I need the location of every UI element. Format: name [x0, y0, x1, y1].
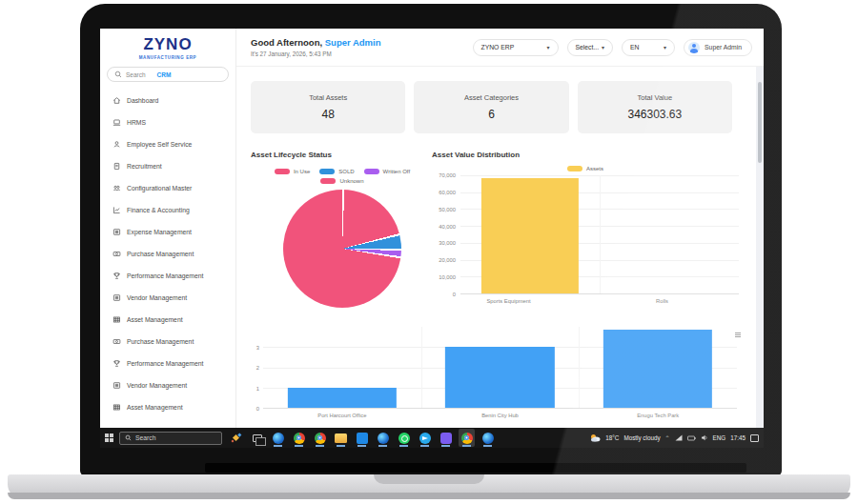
bar-enugu-tech-park[interactable]: [603, 330, 712, 408]
taskbar-app-file-explorer-icon[interactable]: [333, 429, 349, 447]
office-bar-chart-plot[interactable]: [263, 327, 737, 409]
list-icon: [112, 228, 121, 236]
sidebar-item-employee-self-service[interactable]: Employee Self Service: [100, 133, 235, 155]
bar-sports-equipment[interactable]: [481, 178, 579, 293]
legend-item[interactable]: SOLD: [319, 169, 354, 174]
taskbar-app-edge-icon[interactable]: [480, 429, 496, 447]
sidebar-item-label: Finance & Accounting: [127, 207, 190, 213]
sidebar-search-input[interactable]: Search CRM: [107, 67, 229, 82]
taskbar-app-discord-icon[interactable]: [438, 429, 454, 447]
taskbar-apps: [228, 429, 496, 447]
sidebar-item-performance-management[interactable]: Performance Management: [100, 265, 235, 287]
chevron-down-icon: ▾: [546, 44, 549, 50]
taskbar-app-task-view-icon[interactable]: [249, 429, 265, 447]
y-tick-label: 60,000: [439, 190, 456, 195]
taskbar-app-chrome-icon[interactable]: [459, 429, 475, 447]
sidebar-item-performance-management[interactable]: Performance Management: [100, 353, 235, 374]
pie-chart[interactable]: [283, 190, 401, 308]
bar-slot-port-harcourt-office: [263, 327, 421, 408]
language-indicator[interactable]: ENG: [713, 434, 726, 441]
language-select[interactable]: EN▾: [622, 39, 675, 56]
notification-center-icon[interactable]: [750, 434, 759, 442]
taskbar-app-telegram-icon[interactable]: [417, 429, 433, 447]
sidebar-item-label: Performance Management: [127, 272, 203, 279]
battery-icon[interactable]: [687, 435, 696, 441]
show-hidden-icons-chevron[interactable]: ⌃: [665, 434, 670, 441]
x-tick-label: Port Harcourt Office: [263, 413, 421, 418]
bar-port-harcourt-office[interactable]: [288, 388, 397, 408]
legend-item[interactable]: Written Off: [364, 169, 410, 174]
sidebar-item-expense-management[interactable]: Expense Management: [100, 221, 235, 243]
laptop-mockup: ZYNO MANUFACTURING ERP Search CRM Dashbo…: [0, 0, 858, 504]
laptop-base: [8, 474, 850, 499]
app-logo[interactable]: ZYNO MANUFACTURING ERP: [100, 29, 235, 60]
search-placeholder: Search: [126, 71, 146, 78]
taskbar-app-chrome-icon[interactable]: [291, 429, 307, 447]
bar-benin-city-hub[interactable]: [445, 347, 554, 408]
network-icon[interactable]: [675, 434, 683, 441]
sidebar-item-configurational-master[interactable]: Configurational Master: [100, 177, 235, 199]
grid-icon: [112, 315, 121, 324]
weather-icon: [590, 433, 601, 442]
sidebar-item-asset-management[interactable]: Asset Management: [100, 309, 235, 331]
y-tick-label: 10,000: [439, 274, 456, 280]
sidebar-item-hrms[interactable]: HRMS: [100, 111, 235, 133]
sidebar-item-purchase-management[interactable]: Purchase Management: [100, 243, 235, 265]
legend-item[interactable]: In Use: [275, 169, 310, 174]
sidebar-item-label: Performance Management: [127, 360, 203, 367]
y-tick-label: 0: [256, 406, 259, 412]
pie-chart-title: Asset Lifecycle Status: [251, 151, 434, 159]
scrollbar-thumb[interactable]: [758, 82, 762, 163]
main-panel: Good Afternoon, Super Admin It's 27 Janu…: [236, 29, 764, 428]
taskbar-app-edge-icon[interactable]: [270, 429, 286, 447]
task-view-icon: [253, 434, 262, 442]
bar-slot-enugu-tech-park: [579, 327, 737, 408]
home-icon: [112, 96, 121, 105]
weather-condition[interactable]: Mostly cloudy: [623, 434, 660, 441]
taskbar-app-copilot-icon[interactable]: [228, 429, 244, 447]
sidebar-item-finance-accounting[interactable]: Finance & Accounting: [100, 199, 235, 221]
bar-chart-section: Asset Value Distribution Assets 70,00060…: [432, 151, 739, 304]
taskbar-app-chrome-icon[interactable]: [312, 429, 328, 447]
greeting-text: Good Afternoon, Super Admin: [251, 37, 381, 48]
clock[interactable]: 17:45: [730, 434, 746, 441]
taskbar-search-input[interactable]: Search: [119, 432, 222, 445]
sidebar-item-label: Purchase Management: [127, 338, 194, 345]
y-tick-label: 0: [453, 292, 456, 297]
money-icon: [112, 337, 121, 346]
sidebar-item-label: Asset Management: [127, 316, 183, 323]
profile-menu[interactable]: Super Admin: [684, 39, 752, 56]
pie-legend: In UseSOLDWritten OffUnknown: [266, 169, 419, 184]
sidebar-item-vendor-management[interactable]: Vendor Management: [100, 374, 235, 396]
windows-start-button[interactable]: [105, 433, 113, 442]
legend-label: In Use: [294, 169, 310, 174]
x-tick-label: Enugu Tech Park: [579, 413, 737, 418]
sidebar-item-dashboard[interactable]: Dashboard: [100, 90, 235, 111]
scrollbar-track[interactable]: [756, 67, 764, 428]
taskbar-app-edge-icon[interactable]: [375, 429, 391, 447]
erp-select[interactable]: ZYNO ERP▾: [473, 39, 559, 56]
date-line: It's 27 January, 2026, 5:43 PM: [251, 50, 381, 57]
x-tick-label: Rolls: [585, 298, 739, 304]
chart-menu-icon[interactable]: [735, 333, 741, 338]
office-bar-chart-section: 3210 Port Harcourt OfficeBenin City HubE…: [251, 327, 737, 418]
sidebar-item-recruitment[interactable]: Recruitment: [100, 155, 235, 177]
taskbar-app-whatsapp-icon[interactable]: [396, 429, 412, 447]
y-tick-label: 3: [256, 345, 259, 351]
weather-temperature[interactable]: 18°C: [605, 434, 619, 441]
sidebar-item-label: Vendor Management: [127, 294, 187, 301]
sidebar-item-vendor-management[interactable]: Vendor Management: [100, 287, 235, 309]
module-select[interactable]: Select...▾: [567, 39, 614, 56]
bar-chart-plot[interactable]: [460, 175, 739, 294]
sidebar-item-purchase-management[interactable]: Purchase Management: [100, 331, 235, 353]
taskbar-app-photos-icon[interactable]: [354, 429, 370, 447]
legend-item[interactable]: Unknown: [320, 178, 363, 184]
laptop-base-notch: [374, 474, 484, 484]
sidebar-item-asset-management[interactable]: Asset Management: [100, 396, 235, 418]
y-tick-label: 70,000: [439, 172, 456, 178]
sidebar-item-label: Expense Management: [127, 229, 192, 235]
x-tick-label: Sports Equipment: [432, 298, 585, 304]
taskbar-search-placeholder: Search: [135, 434, 156, 441]
speaker-icon[interactable]: [701, 434, 708, 441]
legend-item[interactable]: Assets: [567, 166, 603, 171]
